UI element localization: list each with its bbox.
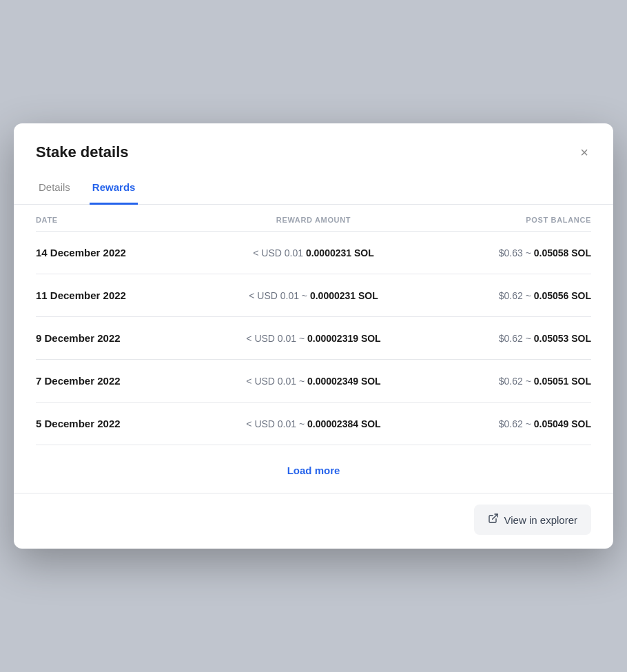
reward-sol: 0.00002349 SOL	[307, 376, 381, 387]
explorer-label: View in explorer	[504, 514, 577, 526]
row-reward: < USD 0.01 ~ 0.00002384 SOL	[187, 418, 440, 429]
modal-header: Stake details ×	[14, 123, 613, 162]
row-date: 7 December 2022	[36, 375, 187, 387]
balance-sol: 0.05051 SOL	[534, 376, 591, 387]
reward-prefix: < USD 0.01 ~	[246, 333, 305, 344]
row-reward: < USD 0.01 ~ 0.00002349 SOL	[187, 376, 440, 387]
table-row: 14 December 2022 < USD 0.01 0.0000231 SO…	[36, 232, 591, 274]
rewards-table: DATE REWARD AMOUNT POST BALANCE 14 Decem…	[14, 205, 613, 445]
table-row: 5 December 2022 < USD 0.01 ~ 0.00002384 …	[36, 403, 591, 445]
table-header-row: DATE REWARD AMOUNT POST BALANCE	[36, 205, 591, 232]
reward-sol: 0.0000231 SOL	[310, 290, 378, 301]
balance-sol: 0.05049 SOL	[534, 418, 591, 429]
row-date: 14 December 2022	[36, 247, 187, 258]
tab-rewards[interactable]: Rewards	[90, 176, 138, 205]
load-more-button[interactable]: Load more	[279, 462, 349, 479]
row-reward: < USD 0.01 ~ 0.0000231 SOL	[187, 290, 440, 301]
row-date: 11 December 2022	[36, 289, 187, 301]
reward-prefix: < USD 0.01 ~	[246, 376, 305, 387]
balance-prefix: $0.62 ~	[499, 376, 531, 387]
col-header-reward: REWARD AMOUNT	[187, 216, 440, 224]
tab-bar: Details Rewards	[14, 162, 613, 205]
balance-prefix: $0.62 ~	[499, 418, 531, 429]
table-row: 7 December 2022 < USD 0.01 ~ 0.00002349 …	[36, 360, 591, 403]
balance-sol: 0.05058 SOL	[534, 247, 591, 258]
reward-sol: 0.0000231 SOL	[306, 247, 374, 258]
balance-sol: 0.05053 SOL	[534, 333, 591, 344]
balance-prefix: $0.62 ~	[499, 290, 531, 301]
reward-prefix: < USD 0.01	[253, 247, 303, 258]
row-reward: < USD 0.01 ~ 0.00002319 SOL	[187, 333, 440, 344]
table-row: 9 December 2022 < USD 0.01 ~ 0.00002319 …	[36, 317, 591, 360]
col-header-balance: POST BALANCE	[440, 216, 591, 224]
reward-prefix: < USD 0.01 ~	[246, 418, 305, 429]
col-header-date: DATE	[36, 216, 187, 224]
view-in-explorer-button[interactable]: View in explorer	[474, 505, 591, 535]
stake-details-modal: Stake details × Details Rewards DATE REW…	[14, 123, 613, 549]
page-overlay: Stake details × Details Rewards DATE REW…	[0, 0, 627, 672]
row-balance: $0.62 ~ 0.05056 SOL	[440, 290, 591, 301]
balance-prefix: $0.62 ~	[499, 333, 531, 344]
modal-title: Stake details	[36, 143, 129, 161]
balance-prefix: $0.63 ~	[499, 247, 531, 258]
row-balance: $0.62 ~ 0.05049 SOL	[440, 418, 591, 429]
row-balance: $0.63 ~ 0.05058 SOL	[440, 247, 591, 258]
svg-line-0	[492, 514, 497, 519]
balance-sol: 0.05056 SOL	[534, 290, 591, 301]
row-balance: $0.62 ~ 0.05051 SOL	[440, 376, 591, 387]
modal-footer: View in explorer	[14, 493, 613, 549]
row-reward: < USD 0.01 0.0000231 SOL	[187, 247, 440, 258]
row-date: 9 December 2022	[36, 332, 187, 344]
external-link-icon	[488, 513, 499, 527]
row-balance: $0.62 ~ 0.05053 SOL	[440, 333, 591, 344]
row-date: 5 December 2022	[36, 418, 187, 429]
tab-details[interactable]: Details	[36, 176, 73, 205]
reward-sol: 0.00002319 SOL	[307, 333, 381, 344]
table-row: 11 December 2022 < USD 0.01 ~ 0.0000231 …	[36, 274, 591, 317]
reward-prefix: < USD 0.01 ~	[249, 290, 307, 301]
close-button[interactable]: ×	[577, 143, 591, 162]
reward-sol: 0.00002384 SOL	[307, 418, 381, 429]
load-more-section: Load more	[14, 445, 613, 493]
